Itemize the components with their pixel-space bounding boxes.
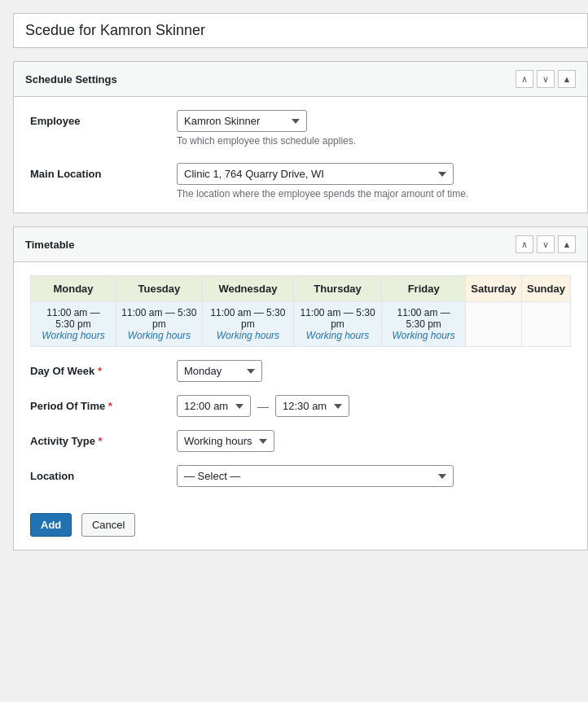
schedule-settings-controls: ∧ ∨ ▲ [516, 70, 576, 88]
cell-friday[interactable]: 11:00 am — 5:30 pm Working hours [382, 302, 466, 347]
location-field: — Select — Clinic 1, 764 Quarry Drive, W… [177, 465, 571, 487]
location-select[interactable]: — Select — Clinic 1, 764 Quarry Drive, W… [177, 465, 454, 487]
form-actions: Add Cancel [14, 513, 587, 550]
activity-type-field: Working hours Break Day Off [177, 430, 571, 452]
cell-friday-time: 11:00 am — 5:30 pm [387, 307, 460, 330]
period-of-time-row: Period Of Time * 12:00 am 12:30 am 1:00 … [30, 395, 571, 417]
cell-monday-time: 11:00 am — 5:30 pm [36, 307, 111, 330]
period-required: * [108, 400, 112, 412]
employee-row: Employee Kamron Skinner To which employe… [30, 110, 571, 147]
cell-tuesday[interactable]: 11:00 am — 5:30 pm Working hours [116, 302, 202, 347]
schedule-settings-body: Employee Kamron Skinner To which employe… [14, 97, 587, 213]
cell-thursday-time: 11:00 am — 5:30 pm [299, 307, 376, 330]
cell-wednesday[interactable]: 11:00 am — 5:30 pm Working hours [202, 302, 293, 347]
employee-label: Employee [30, 110, 177, 127]
period-dash: — [257, 400, 269, 413]
day-of-week-required: * [98, 365, 102, 377]
timetable-header: Timetable ∧ ∨ ▲ [14, 227, 587, 262]
cell-wednesday-activity: Working hours [208, 330, 288, 341]
col-tuesday: Tuesday [116, 276, 202, 302]
period-start-select[interactable]: 12:00 am 12:30 am 1:00 am 1:30 am [177, 395, 251, 417]
main-location-select[interactable]: Clinic 1, 764 Quarry Drive, WI [177, 163, 454, 185]
timetable-title: Timetable [25, 239, 74, 251]
col-thursday: Thursday [294, 276, 382, 302]
cell-thursday-activity: Working hours [299, 330, 376, 341]
cell-monday[interactable]: 11:00 am — 5:30 pm Working hours [31, 302, 116, 347]
activity-type-label: Activity Type * [30, 430, 177, 447]
schedule-settings-title: Schedule Settings [25, 73, 117, 86]
cell-wednesday-time: 11:00 am — 5:30 pm [208, 307, 288, 330]
cell-sunday[interactable] [521, 302, 570, 347]
cell-saturday[interactable] [466, 302, 522, 347]
timetable-up-btn[interactable]: ∧ [516, 235, 533, 253]
day-of-week-row: Day Of Week * Monday Tuesday Wednesday T… [30, 360, 571, 382]
main-location-label: Main Location [30, 163, 177, 180]
main-location-hint: The location where the employee spends t… [177, 188, 571, 200]
employee-select[interactable]: Kamron Skinner [177, 110, 307, 132]
timetable-row: 11:00 am — 5:30 pm Working hours 11:00 a… [31, 302, 571, 347]
page-title: Scedue for Kamron Skinner [13, 13, 588, 48]
period-of-time-field: 12:00 am 12:30 am 1:00 am 1:30 am — 12:3… [177, 395, 571, 417]
timetable-controls: ∧ ∨ ▲ [516, 235, 576, 253]
cancel-button[interactable]: Cancel [81, 513, 135, 537]
activity-type-select[interactable]: Working hours Break Day Off [177, 430, 274, 452]
col-wednesday: Wednesday [202, 276, 293, 302]
cell-tuesday-time: 11:00 am — 5:30 pm [121, 307, 197, 330]
cell-thursday[interactable]: 11:00 am — 5:30 pm Working hours [294, 302, 382, 347]
col-monday: Monday [31, 276, 116, 302]
col-friday: Friday [382, 276, 466, 302]
timetable-header-row: Monday Tuesday Wednesday Thursday Friday… [31, 276, 571, 302]
period-of-time-label: Period Of Time * [30, 395, 177, 412]
employee-field: Kamron Skinner To which employee this sc… [177, 110, 571, 147]
cell-monday-activity: Working hours [36, 330, 111, 341]
employee-hint: To which employee this schedule applies. [177, 135, 571, 147]
schedule-settings-collapse-btn[interactable]: ▲ [558, 70, 576, 88]
day-of-week-field: Monday Tuesday Wednesday Thursday Friday… [177, 360, 571, 382]
col-sunday: Sunday [521, 276, 570, 302]
col-saturday: Saturday [466, 276, 522, 302]
period-time-group: 12:00 am 12:30 am 1:00 am 1:30 am — 12:3… [177, 395, 571, 417]
location-label: Location [30, 465, 177, 482]
main-location-row: Main Location Clinic 1, 764 Quarry Drive… [30, 163, 571, 200]
cell-friday-activity: Working hours [387, 330, 460, 341]
add-button[interactable]: Add [30, 513, 72, 537]
schedule-settings-down-btn[interactable]: ∨ [537, 70, 555, 88]
timetable-form: Day Of Week * Monday Tuesday Wednesday T… [14, 360, 587, 513]
timetable-panel: Timetable ∧ ∨ ▲ Monday Tuesday Wednesday… [13, 226, 588, 551]
main-location-field: Clinic 1, 764 Quarry Drive, WI The locat… [177, 163, 571, 200]
schedule-settings-header: Schedule Settings ∧ ∨ ▲ [14, 62, 587, 97]
day-of-week-label: Day Of Week * [30, 360, 177, 377]
timetable-grid: Monday Tuesday Wednesday Thursday Friday… [30, 275, 571, 347]
timetable-grid-wrapper: Monday Tuesday Wednesday Thursday Friday… [14, 262, 587, 360]
activity-type-row: Activity Type * Working hours Break Day … [30, 430, 571, 452]
activity-required: * [99, 435, 103, 447]
schedule-settings-panel: Schedule Settings ∧ ∨ ▲ Employee Kamron … [13, 61, 588, 213]
timetable-collapse-btn[interactable]: ▲ [558, 235, 576, 253]
day-of-week-select[interactable]: Monday Tuesday Wednesday Thursday Friday… [177, 360, 262, 382]
location-row: Location — Select — Clinic 1, 764 Quarry… [30, 465, 571, 487]
schedule-settings-up-btn[interactable]: ∧ [516, 70, 533, 88]
period-end-select[interactable]: 12:30 am 1:00 am 1:30 am 2:00 am [275, 395, 349, 417]
timetable-down-btn[interactable]: ∨ [537, 235, 555, 253]
cell-tuesday-activity: Working hours [121, 330, 197, 341]
